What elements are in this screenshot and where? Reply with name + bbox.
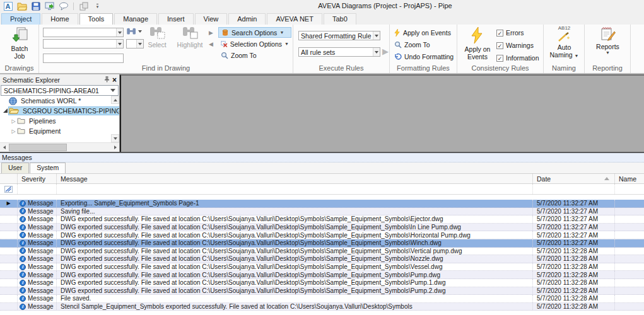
reports-button[interactable]: Reports ▼ — [590, 26, 626, 55]
messages-panel: Messages UserSystem Severity Message Dat… — [0, 152, 644, 315]
messages-tab-system[interactable]: System — [30, 163, 66, 173]
comment-icon[interactable] — [58, 1, 69, 11]
find-combo-3[interactable] — [126, 39, 144, 49]
expander-collapsed-icon[interactable]: ▷ — [10, 129, 17, 134]
tree-item-equipment[interactable]: ▷Equipment — [0, 126, 119, 136]
close-icon[interactable]: × — [112, 77, 117, 83]
checkbox-information-box[interactable]: ✓ — [496, 55, 503, 62]
find-combo-1-dropdown-icon[interactable] — [116, 28, 123, 37]
search-options-button[interactable]: Search Options ▼ — [218, 27, 291, 38]
tree-item-schematics-worl-[interactable]: Schematics WORL * — [0, 96, 119, 106]
rule-sets-combo[interactable]: All rule sets — [298, 47, 380, 57]
find-next-arrow-icon[interactable]: ▶ — [209, 30, 213, 36]
tab-tools[interactable]: Tools — [79, 13, 114, 25]
export-icon[interactable] — [44, 1, 55, 11]
scroll-up-icon[interactable] — [111, 96, 119, 104]
pin-icon[interactable] — [104, 76, 110, 84]
checkbox-errors[interactable]: ✓ Errors — [496, 29, 524, 37]
filter-cell-date[interactable] — [533, 184, 615, 194]
message-row[interactable]: iMessageDWG exported successfully. File … — [0, 215, 644, 224]
message-row[interactable]: iMessageStencil Sample_Equipment_Symbols… — [0, 303, 644, 311]
formatting-rule-combo[interactable]: Shared Formatting Rule — [298, 31, 380, 40]
tab-insert[interactable]: Insert — [158, 13, 194, 25]
severity-text: Message — [28, 255, 54, 262]
find-binoculars-button[interactable] — [126, 27, 142, 36]
find-previous-arrow-icon[interactable]: ◀ — [209, 42, 213, 47]
scroll-down-icon[interactable] — [111, 134, 119, 142]
batch-job-button[interactable]: Batch Job — [5, 27, 34, 60]
expander-expanded-icon[interactable] — [2, 108, 9, 114]
message-row[interactable]: iMessageDWG exported successfully. File … — [0, 239, 644, 248]
ribbon-group-drawings: Batch Job Drawings — [0, 25, 39, 73]
filter-cell-message[interactable] — [57, 184, 533, 194]
severity-cell: iMessage — [18, 287, 57, 295]
save-icon[interactable] — [30, 1, 41, 11]
checkbox-information[interactable]: ✓ Information — [496, 54, 539, 62]
message-row[interactable]: iMessageDWG exported successfully. File … — [0, 271, 644, 279]
apply-on-events-button[interactable]: Apply on Events — [394, 28, 451, 38]
checkbox-errors-box[interactable]: ✓ — [496, 30, 503, 37]
column-header-message[interactable]: Message — [57, 174, 533, 183]
tree-item-scgrou-schematics-piping[interactable]: SCGROU SCHEMATICS-PIPING — [0, 106, 119, 116]
filter-cell[interactable] — [0, 184, 18, 194]
tab-tab0[interactable]: Tab0 — [324, 13, 356, 25]
date-cell: 5/7/2020 11:32:28 AM — [533, 295, 615, 302]
checkbox-warnings-box[interactable]: ✓ — [496, 42, 503, 49]
severity-text: Message — [28, 248, 54, 255]
name-cell — [615, 295, 644, 302]
message-row[interactable]: iMessageDWG exported successfully. File … — [0, 263, 644, 272]
select-button[interactable]: Select — [143, 26, 172, 49]
expander-collapsed-icon[interactable]: ▷ — [10, 118, 17, 124]
messages-tab-user[interactable]: User — [1, 163, 29, 173]
tree-vertical-scrollbar[interactable] — [111, 96, 119, 142]
tab-view[interactable]: View — [195, 13, 228, 25]
message-row[interactable]: iMessageFile saved.5/7/2020 11:32:28 AM — [0, 295, 644, 303]
selection-options-button[interactable]: Selection Options ▼ — [218, 38, 291, 49]
message-row[interactable]: ▶iMessageExporting... Sample_Equipment_S… — [0, 200, 644, 208]
find-binoculars-dropdown-icon[interactable] — [138, 30, 142, 33]
message-row[interactable]: iMessageDWG exported successfully. File … — [0, 279, 644, 287]
find-combo-2[interactable] — [43, 39, 124, 49]
drawing-canvas[interactable] — [120, 74, 644, 152]
message-row[interactable]: iMessageDWG exported successfully. File … — [0, 224, 644, 232]
tab-manage[interactable]: Manage — [114, 13, 157, 25]
copy-icon[interactable] — [78, 1, 89, 11]
checkbox-warnings[interactable]: ✓ Warnings — [496, 42, 534, 49]
open-icon[interactable] — [16, 1, 27, 11]
tab-aveva-net[interactable]: AVEVA NET — [267, 13, 322, 25]
hierarchy-dropdown[interactable]: SCHEMATICS-PIPING-AREA01 — [1, 85, 119, 96]
scroll-left-icon[interactable] — [0, 143, 8, 152]
filter-cell-name[interactable] — [615, 184, 644, 194]
rule-sets-combo-dropdown-icon[interactable] — [373, 48, 380, 56]
run-rules-play-icon[interactable]: ▶ — [382, 47, 389, 55]
find-combo-1[interactable] — [43, 28, 124, 37]
customize-toolbar-icon[interactable]: ▾ — [92, 1, 103, 11]
zoom-to-button[interactable]: Zoom To — [218, 50, 291, 60]
aveva-logo-icon[interactable]: A — [3, 1, 13, 11]
find-combo-2-dropdown-icon[interactable] — [116, 40, 123, 48]
apply-on-events-large-button[interactable]: Apply on Events — [461, 26, 494, 60]
tree-item-pipelines[interactable]: ▷Pipelines — [0, 116, 119, 126]
auto-naming-button[interactable]: AB12 Auto Naming ▼ — [546, 26, 582, 60]
zoom-to-formatting-button[interactable]: Zoom To — [394, 40, 430, 50]
scrollbar-thumb[interactable] — [9, 144, 67, 151]
column-header-date[interactable]: Date — [533, 174, 615, 183]
message-row[interactable]: iMessageDWG exported successfully. File … — [0, 248, 644, 256]
column-header-severity[interactable]: Severity — [18, 174, 57, 183]
tree-horizontal-scrollbar[interactable] — [0, 142, 119, 152]
find-text-input[interactable] — [43, 54, 124, 63]
tab-home[interactable]: Home — [42, 13, 78, 25]
explorer-title: Schematic Explorer — [3, 76, 102, 84]
highlight-button[interactable]: Highlight — [173, 26, 207, 49]
message-row[interactable]: iMessageDWG exported successfully. File … — [0, 255, 644, 263]
filter-cell-severity[interactable] — [18, 184, 57, 194]
message-row[interactable]: iMessageDWG exported successfully. File … — [0, 287, 644, 295]
tab-admin[interactable]: Admin — [228, 13, 266, 25]
column-header-name[interactable]: Name — [615, 174, 644, 183]
formatting-rule-combo-dropdown-icon[interactable] — [373, 32, 380, 40]
tab-project[interactable]: Project — [1, 13, 40, 25]
scroll-right-icon[interactable] — [111, 143, 119, 152]
message-row[interactable]: iMessageDWG exported successfully. File … — [0, 231, 644, 239]
undo-formatting-button[interactable]: Undo Formatting — [394, 52, 454, 62]
message-row[interactable]: iMessageSaving file...5/7/2020 11:32:27 … — [0, 208, 644, 216]
